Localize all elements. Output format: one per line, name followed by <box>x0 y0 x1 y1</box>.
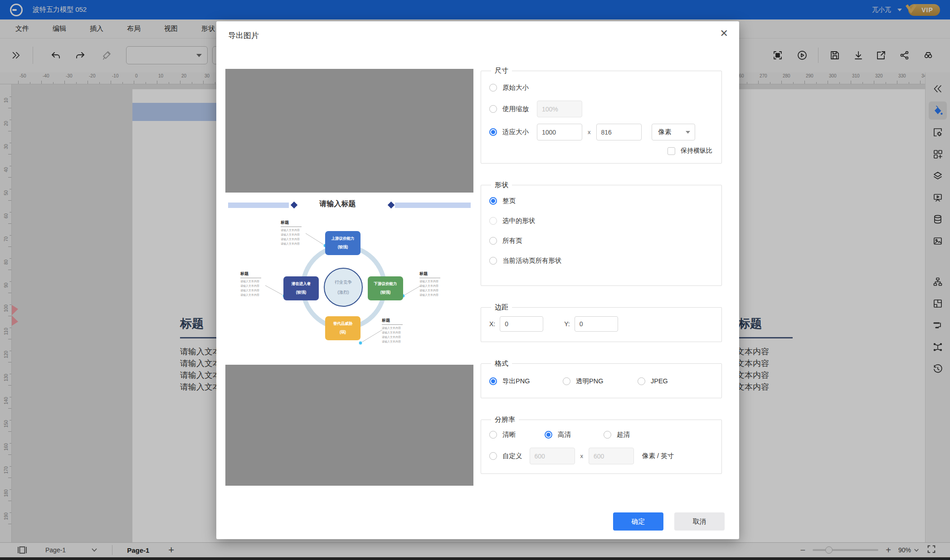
resolution-fieldset: 分辨率 清晰 高清 超清 <box>481 415 722 474</box>
width-input[interactable] <box>537 124 582 140</box>
radio-clear-label: 清晰 <box>502 430 516 439</box>
preview-side-label: 标题 请输入文本内容请输入文本内容请输入文本内容请输入文本内容 <box>419 271 447 298</box>
radio-export-png-label: 导出PNG <box>502 377 530 386</box>
radio-transparent-png[interactable] <box>563 377 570 385</box>
size-fieldset: 尺寸 原始大小 使用缩放 适应大小 x 像素 <box>481 67 722 164</box>
preview-side-label: 标题 请输入文本内容请输入文本内容请输入文本内容请输入文本内容 <box>240 271 268 298</box>
preview-box-top: 上游议价能力(较强) <box>325 231 361 255</box>
radio-whole-page-label: 整页 <box>502 197 516 205</box>
placeholder-text-line: 请输入文本内容 <box>382 326 409 331</box>
dialog-title: 导出图片 <box>228 30 259 41</box>
radio-fit-size[interactable] <box>489 128 497 136</box>
resolution-legend: 分辨率 <box>491 415 519 424</box>
radio-custom-resolution[interactable] <box>489 452 497 460</box>
export-preview: 请输入标题 行业竞争 (激烈) <box>225 69 473 486</box>
custom-dpi-w-input[interactable] <box>530 448 575 464</box>
placeholder-text-line: 请输入文本内容 <box>281 237 308 242</box>
placeholder-text-line: 请输入文本内容 <box>382 335 409 340</box>
placeholder-text-line: 请输入文本内容 <box>419 284 447 289</box>
placeholder-text-line: 请输入文本内容 <box>240 284 268 289</box>
radio-use-scale-label: 使用缩放 <box>502 105 529 113</box>
preview-box-right: 下游议价能力(较强) <box>368 276 403 300</box>
placeholder-text-line: 请输入文本内容 <box>419 280 447 284</box>
format-legend: 格式 <box>491 359 512 368</box>
radio-jpeg-label: JPEG <box>651 377 668 385</box>
placeholder-text-line: 请输入文本内容 <box>382 340 409 344</box>
radio-original-size[interactable] <box>489 84 497 92</box>
app-window: 波特五力模型 052 兀小兀 VIP 文件 编辑 插入 布局 视图 形状 <box>0 0 950 560</box>
preview-side-label: 标题 请输入文本内容请输入文本内容请输入文本内容请输入文本内容 <box>382 318 409 344</box>
placeholder-text-line: 请输入文本内容 <box>240 289 268 293</box>
radio-uhd[interactable] <box>604 431 611 439</box>
radio-whole-page[interactable] <box>489 197 497 205</box>
margin-y-input[interactable] <box>575 316 618 332</box>
margin-x-input[interactable] <box>500 316 543 332</box>
format-fieldset: 格式 导出PNG 透明PNG JPEG <box>481 359 722 398</box>
placeholder-text-line: 请输入文本内容 <box>281 228 308 233</box>
radio-all-pages-label: 所有页 <box>502 237 522 245</box>
export-image-dialog: 导出图片 ✕ 请输入标题 <box>216 21 739 539</box>
margin-legend: 边距 <box>491 303 512 312</box>
radio-transparent-png-label: 透明PNG <box>576 377 603 386</box>
radio-export-png[interactable] <box>489 377 497 385</box>
preview-center-circle: 行业竞争 (激烈) <box>324 268 363 307</box>
radio-uhd-label: 超清 <box>617 430 630 439</box>
preview-box-bottom: 替代品威胁(弱) <box>325 316 361 340</box>
export-preview-image: 请输入标题 行业竞争 (激烈) <box>225 193 473 365</box>
preview-box-left: 潜在进入者(较强) <box>283 276 319 300</box>
close-icon[interactable]: ✕ <box>720 29 728 39</box>
radio-selected-shapes[interactable] <box>489 217 497 225</box>
radio-fit-size-label: 适应大小 <box>502 128 529 136</box>
radio-custom-resolution-label: 自定义 <box>502 452 522 460</box>
keep-ratio-label: 保持横纵比 <box>681 147 712 155</box>
radio-clear[interactable] <box>489 431 497 439</box>
cancel-button[interactable]: 取消 <box>674 512 725 531</box>
placeholder-text-line: 请输入文本内容 <box>240 293 268 298</box>
unit-select-value: 像素 <box>658 128 672 136</box>
radio-selected-shapes-label: 选中的形状 <box>502 217 536 225</box>
ok-button[interactable]: 确定 <box>613 512 663 531</box>
times-separator: x <box>580 453 584 459</box>
size-legend: 尺寸 <box>491 67 512 75</box>
height-input[interactable] <box>596 124 642 140</box>
chevron-down-icon <box>686 131 690 134</box>
radio-jpeg[interactable] <box>638 377 645 385</box>
dpi-unit-label: 像素 / 英寸 <box>642 452 674 460</box>
placeholder-text-line: 请输入文本内容 <box>281 242 308 246</box>
unit-select[interactable]: 像素 <box>652 124 695 140</box>
times-separator: x <box>588 129 591 135</box>
margin-fieldset: 边距 X: Y: <box>481 303 722 342</box>
keep-ratio-checkbox[interactable] <box>667 147 675 155</box>
margin-y-label: Y: <box>564 320 570 328</box>
radio-hd[interactable] <box>545 431 552 439</box>
radio-original-size-label: 原始大小 <box>502 83 529 92</box>
placeholder-text-line: 请输入文本内容 <box>281 233 308 237</box>
radio-all-shapes-active-page-label: 当前活动页所有形状 <box>502 256 562 265</box>
placeholder-text-line: 请输入文本内容 <box>382 331 409 335</box>
placeholder-text-line: 请输入文本内容 <box>419 293 447 298</box>
preview-side-label: 标题 请输入文本内容请输入文本内容请输入文本内容请输入文本内容 <box>281 220 308 246</box>
placeholder-text-line: 请输入文本内容 <box>419 289 447 293</box>
radio-all-pages[interactable] <box>489 237 497 245</box>
radio-use-scale[interactable] <box>489 105 497 113</box>
radio-all-shapes-active-page[interactable] <box>489 257 497 265</box>
shape-legend: 形状 <box>491 181 512 189</box>
margin-x-label: X: <box>489 320 495 328</box>
placeholder-text-line: 请输入文本内容 <box>240 280 268 284</box>
custom-dpi-h-input[interactable] <box>589 448 634 464</box>
scale-input[interactable] <box>537 101 582 117</box>
radio-hd-label: 高清 <box>558 430 571 439</box>
shape-fieldset: 形状 整页 选中的形状 所有页 当前活动页所有形状 <box>481 181 722 286</box>
